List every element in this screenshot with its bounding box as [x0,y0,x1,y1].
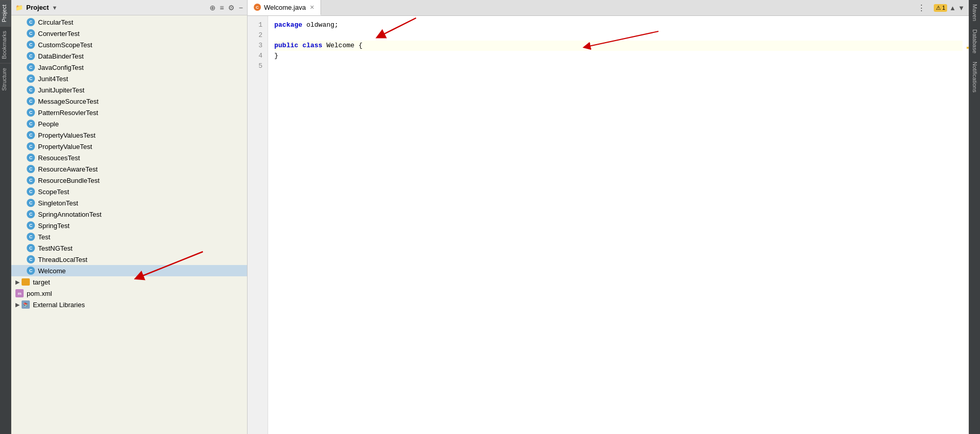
class-icon: C [27,29,35,37]
class-icon: C [27,74,35,83]
item-label: ScopeTest [38,188,69,196]
project-title: Project [26,4,49,11]
tab-label: Welcome.java [264,4,306,11]
tab-close-button[interactable]: ✕ [310,4,314,11]
class-icon: C [27,199,35,207]
list-item[interactable]: C Test [11,231,247,242]
list-item[interactable]: C PropertyValuesTest [11,129,247,141]
xml-icon: m [15,289,24,297]
project-dropdown[interactable]: ▼ [52,5,58,11]
settings-icon[interactable]: ⚙ [228,4,235,12]
minimize-icon[interactable]: − [239,4,243,12]
navigate-down-btn[interactable]: ▼ [958,4,965,12]
project-tree: C CircularTest C ConverterTest C CustomS… [11,15,247,434]
class-name: Welcome [326,41,354,51]
list-item[interactable]: C ThreadLocalTest [11,254,247,265]
item-label: Test [38,233,50,241]
project-panel-btn[interactable]: Project [0,0,11,26]
class-icon: C [27,142,35,150]
external-libraries-item[interactable]: ▶ 📚 External Libraries [11,299,247,310]
list-item[interactable]: C JunitJupiterTest [11,84,247,96]
class-icon: C [27,221,35,230]
database-panel-btn[interactable]: Database [971,25,979,58]
code-line-5 [274,61,963,71]
list-item[interactable]: C Junit4Test [11,73,247,84]
list-item[interactable]: C CustomScopeTest [11,39,247,50]
list-item[interactable]: C SingletonTest [11,197,247,209]
class-icon: C [27,86,35,94]
list-item[interactable]: C ScopeTest [11,186,247,197]
bookmarks-panel-btn[interactable]: Bookmarks [0,26,11,63]
tab-more-options[interactable]: ⋮ [913,1,930,15]
list-item[interactable]: C MessageSourceTest [11,96,247,107]
class-icon: C [27,244,35,252]
class-icon: C [27,255,35,263]
project-panel: 📁 Project ▼ ⊕ ≡ ⚙ − C CircularTest C Con… [11,0,248,434]
welcome-list-item[interactable]: C Welcome [11,265,247,276]
java-file-icon: C [254,4,261,11]
code-line-3: public class Welcome { [274,41,963,51]
item-label: PatternResovlerTest [38,109,98,117]
item-label: CircularTest [38,18,73,26]
class-icon: C [27,97,35,105]
item-label: People [38,120,59,128]
target-folder-item[interactable]: ▶ target [11,276,247,288]
item-label: CustomScopeTest [38,41,92,49]
code-content[interactable]: package oldwang; public class Welcome { … [268,16,969,434]
editor-toolbar-right: ⚠ 1 ▲ ▼ [930,4,969,12]
list-item[interactable]: C JavaConfigTest [11,62,247,73]
ext-lib-icon: 📚 [22,300,30,309]
class-icon: C [27,63,35,71]
keyword-package: package [274,20,303,30]
code-editor[interactable]: 1 2 3 4 5 package oldwang; public class … [248,16,969,434]
class-icon: C [27,165,35,173]
list-item[interactable]: C SpringAnnotationTest [11,209,247,220]
left-side-panels: Project Bookmarks Structure [0,0,11,434]
list-item[interactable]: C SpringTest [11,220,247,231]
list-item[interactable]: C ResourceAwareTest [11,163,247,175]
keyword-public: public [274,41,298,51]
package-name: oldwang [306,20,334,30]
locate-icon[interactable]: ⊕ [210,4,216,12]
folder-icon [22,278,30,286]
list-item[interactable]: C PropertyValueTest [11,141,247,152]
maven-panel-btn[interactable]: Maven [971,0,979,25]
header-icons: ⊕ ≡ ⚙ − [210,4,243,12]
navigate-up-btn[interactable]: ▲ [949,4,956,12]
list-item[interactable]: C ConverterTest [11,28,247,39]
item-label: MessageSourceTest [38,98,99,105]
warning-count: 1 [942,5,945,11]
class-icon: C [27,52,35,60]
item-label: External Libraries [33,301,85,309]
project-header: 📁 Project ▼ ⊕ ≡ ⚙ − [11,0,247,15]
list-item[interactable]: C ResourceBundleTest [11,175,247,186]
code-line-4: } [274,51,963,61]
item-label: Welcome [38,267,66,275]
warning-icon: ⚠ [936,5,941,11]
notifications-panel-btn[interactable]: Notifications [971,58,979,97]
warning-indicator [967,47,969,49]
item-label: ThreadLocalTest [38,256,87,263]
welcome-java-tab[interactable]: C Welcome.java ✕ [248,0,321,15]
structure-panel-btn[interactable]: Structure [0,63,11,95]
item-label: SingletonTest [38,199,78,207]
collapse-icon[interactable]: ≡ [220,4,224,12]
code-line-1: package oldwang; [274,20,963,30]
list-item[interactable]: C TestNGTest [11,242,247,254]
item-label: target [33,278,50,286]
item-label: JunitJupiterTest [38,86,84,94]
code-line-2 [274,30,963,41]
line-numbers: 1 2 3 4 5 [248,16,268,434]
list-item[interactable]: C CircularTest [11,16,247,28]
list-item[interactable]: C People [11,118,247,129]
list-item[interactable]: C PatternResovlerTest [11,107,247,118]
project-folder-icon: 📁 [15,4,23,11]
editor-tabs: C Welcome.java ✕ ⋮ ⚠ 1 ▲ ▼ [248,0,969,16]
right-panels: Maven Database Notifications [969,0,980,434]
list-item[interactable]: C DataBinderTest [11,50,247,62]
editor-area: C Welcome.java ✕ ⋮ ⚠ 1 ▲ ▼ 1 2 3 4 [248,0,969,434]
pom-xml-item[interactable]: m pom.xml [11,288,247,299]
expand-icon: ▶ [15,279,20,286]
class-icon: C [27,18,35,26]
list-item[interactable]: C ResoucesTest [11,152,247,163]
